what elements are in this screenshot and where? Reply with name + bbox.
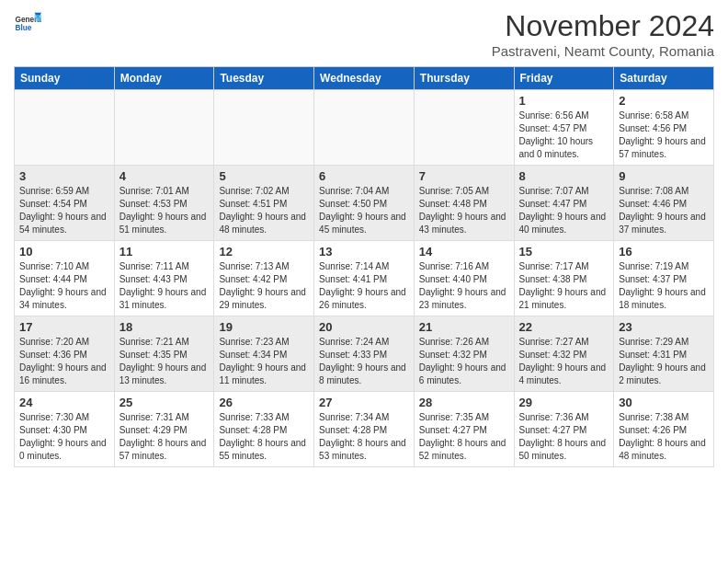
calendar-cell [214,90,314,166]
calendar-cell: 20Sunrise: 7:24 AM Sunset: 4:33 PM Dayli… [314,316,415,392]
day-number: 22 [519,320,609,334]
calendar-cell: 3Sunrise: 6:59 AM Sunset: 4:54 PM Daylig… [15,166,115,241]
calendar-cell: 23Sunrise: 7:29 AM Sunset: 4:31 PM Dayli… [614,316,714,392]
col-friday: Friday [514,67,614,90]
calendar-cell: 25Sunrise: 7:31 AM Sunset: 4:29 PM Dayli… [114,392,214,467]
day-info: Sunrise: 7:08 AM Sunset: 4:46 PM Dayligh… [619,185,709,236]
day-number: 23 [619,320,709,334]
calendar-cell [314,90,415,166]
calendar-cell: 29Sunrise: 7:36 AM Sunset: 4:27 PM Dayli… [514,392,614,467]
calendar-cell: 22Sunrise: 7:27 AM Sunset: 4:32 PM Dayli… [514,316,614,392]
calendar-cell: 8Sunrise: 7:07 AM Sunset: 4:47 PM Daylig… [514,166,614,241]
day-info: Sunrise: 7:01 AM Sunset: 4:53 PM Dayligh… [119,185,210,236]
calendar-cell: 28Sunrise: 7:35 AM Sunset: 4:27 PM Dayli… [414,392,514,467]
calendar-cell: 21Sunrise: 7:26 AM Sunset: 4:32 PM Dayli… [414,316,514,392]
day-number: 8 [519,169,609,183]
day-info: Sunrise: 7:35 AM Sunset: 4:27 PM Dayligh… [419,411,509,463]
day-info: Sunrise: 7:29 AM Sunset: 4:31 PM Dayligh… [619,336,709,387]
day-info: Sunrise: 6:56 AM Sunset: 4:57 PM Dayligh… [519,109,609,161]
page-header: General Blue November 2024 Pastraveni, N… [14,9,714,59]
day-info: Sunrise: 7:14 AM Sunset: 4:41 PM Dayligh… [319,260,409,312]
calendar-cell: 6Sunrise: 7:04 AM Sunset: 4:50 PM Daylig… [314,166,415,241]
calendar-cell: 1Sunrise: 6:56 AM Sunset: 4:57 PM Daylig… [514,90,614,166]
calendar-cell: 2Sunrise: 6:58 AM Sunset: 4:56 PM Daylig… [614,90,714,166]
day-number: 29 [519,396,609,409]
calendar-week-2: 3Sunrise: 6:59 AM Sunset: 4:54 PM Daylig… [15,166,714,241]
calendar-cell: 5Sunrise: 7:02 AM Sunset: 4:51 PM Daylig… [214,166,314,241]
day-number: 12 [219,245,309,259]
day-number: 10 [19,245,109,259]
calendar-cell: 9Sunrise: 7:08 AM Sunset: 4:46 PM Daylig… [614,166,714,241]
calendar-body: 1Sunrise: 6:56 AM Sunset: 4:57 PM Daylig… [15,90,714,467]
col-sunday: Sunday [15,67,115,90]
logo-icon: General Blue [14,9,41,37]
day-info: Sunrise: 7:24 AM Sunset: 4:33 PM Dayligh… [319,336,409,387]
day-number: 25 [119,396,210,409]
day-number: 18 [119,320,210,334]
day-info: Sunrise: 7:10 AM Sunset: 4:44 PM Dayligh… [19,260,109,312]
calendar-cell [114,90,214,166]
page-container: General Blue November 2024 Pastraveni, N… [0,0,728,477]
calendar-cell [414,90,514,166]
day-info: Sunrise: 7:26 AM Sunset: 4:32 PM Dayligh… [419,336,509,387]
svg-text:Blue: Blue [16,24,32,32]
svg-marker-3 [35,15,42,22]
day-info: Sunrise: 7:31 AM Sunset: 4:29 PM Dayligh… [119,411,210,463]
day-number: 9 [619,169,709,183]
day-info: Sunrise: 7:33 AM Sunset: 4:28 PM Dayligh… [219,411,309,463]
calendar-week-5: 24Sunrise: 7:30 AM Sunset: 4:30 PM Dayli… [15,392,714,467]
calendar-cell: 15Sunrise: 7:17 AM Sunset: 4:38 PM Dayli… [514,241,614,316]
day-info: Sunrise: 7:20 AM Sunset: 4:36 PM Dayligh… [19,336,109,387]
day-info: Sunrise: 7:38 AM Sunset: 4:26 PM Dayligh… [619,411,709,463]
calendar-cell: 17Sunrise: 7:20 AM Sunset: 4:36 PM Dayli… [15,316,115,392]
calendar-cell: 18Sunrise: 7:21 AM Sunset: 4:35 PM Dayli… [114,316,214,392]
header-row: Sunday Monday Tuesday Wednesday Thursday… [15,67,714,90]
day-info: Sunrise: 7:30 AM Sunset: 4:30 PM Dayligh… [19,411,109,463]
calendar-cell: 24Sunrise: 7:30 AM Sunset: 4:30 PM Dayli… [15,392,115,467]
day-info: Sunrise: 7:02 AM Sunset: 4:51 PM Dayligh… [219,185,309,236]
day-info: Sunrise: 7:05 AM Sunset: 4:48 PM Dayligh… [419,185,509,236]
calendar-header: Sunday Monday Tuesday Wednesday Thursday… [15,67,714,90]
calendar-week-3: 10Sunrise: 7:10 AM Sunset: 4:44 PM Dayli… [15,241,714,316]
day-info: Sunrise: 6:59 AM Sunset: 4:54 PM Dayligh… [19,185,109,236]
day-number: 15 [519,245,609,259]
day-info: Sunrise: 7:23 AM Sunset: 4:34 PM Dayligh… [219,336,309,387]
calendar-cell: 7Sunrise: 7:05 AM Sunset: 4:48 PM Daylig… [414,166,514,241]
day-info: Sunrise: 7:07 AM Sunset: 4:47 PM Dayligh… [519,185,609,236]
calendar-week-4: 17Sunrise: 7:20 AM Sunset: 4:36 PM Dayli… [15,316,714,392]
calendar-cell: 4Sunrise: 7:01 AM Sunset: 4:53 PM Daylig… [114,166,214,241]
day-number: 26 [219,396,309,409]
calendar-cell: 26Sunrise: 7:33 AM Sunset: 4:28 PM Dayli… [214,392,314,467]
day-number: 27 [319,396,409,409]
day-info: Sunrise: 7:11 AM Sunset: 4:43 PM Dayligh… [119,260,210,312]
calendar-cell: 12Sunrise: 7:13 AM Sunset: 4:42 PM Dayli… [214,241,314,316]
day-number: 1 [519,94,609,108]
day-number: 16 [619,245,709,259]
col-thursday: Thursday [414,67,514,90]
calendar-cell: 19Sunrise: 7:23 AM Sunset: 4:34 PM Dayli… [214,316,314,392]
calendar-cell: 30Sunrise: 7:38 AM Sunset: 4:26 PM Dayli… [614,392,714,467]
col-tuesday: Tuesday [214,67,314,90]
calendar-cell: 10Sunrise: 7:10 AM Sunset: 4:44 PM Dayli… [15,241,115,316]
day-info: Sunrise: 7:16 AM Sunset: 4:40 PM Dayligh… [419,260,509,312]
day-info: Sunrise: 7:17 AM Sunset: 4:38 PM Dayligh… [519,260,609,312]
calendar-week-1: 1Sunrise: 6:56 AM Sunset: 4:57 PM Daylig… [15,90,714,166]
day-number: 13 [319,245,409,259]
col-saturday: Saturday [614,67,714,90]
col-monday: Monday [114,67,214,90]
day-number: 19 [219,320,309,334]
logo: General Blue [14,9,41,37]
day-info: Sunrise: 6:58 AM Sunset: 4:56 PM Dayligh… [619,109,709,161]
title-section: November 2024 Pastraveni, Neamt County, … [492,9,714,59]
day-info: Sunrise: 7:36 AM Sunset: 4:27 PM Dayligh… [519,411,609,463]
day-number: 30 [619,396,709,409]
calendar-cell: 14Sunrise: 7:16 AM Sunset: 4:40 PM Dayli… [414,241,514,316]
calendar-cell: 16Sunrise: 7:19 AM Sunset: 4:37 PM Dayli… [614,241,714,316]
month-title: November 2024 [492,9,714,43]
day-number: 11 [119,245,210,259]
calendar-cell [15,90,115,166]
day-number: 20 [319,320,409,334]
day-info: Sunrise: 7:34 AM Sunset: 4:28 PM Dayligh… [319,411,409,463]
day-number: 4 [119,169,210,183]
calendar-cell: 27Sunrise: 7:34 AM Sunset: 4:28 PM Dayli… [314,392,415,467]
